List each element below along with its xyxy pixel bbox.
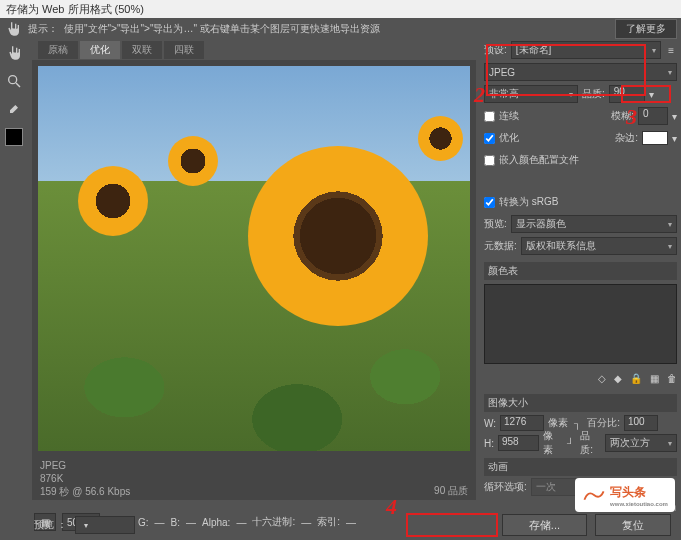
quality-input[interactable]: 90 (609, 85, 645, 103)
view-tabs: 原稿 优化 双联 四联 (28, 40, 480, 60)
link-icon[interactable]: ┐ (574, 418, 581, 429)
tip-label: 提示： (28, 22, 58, 36)
percent-input[interactable]: 100 (624, 415, 658, 431)
watermark-badge: 写头条 www.xietoutiao.com (575, 478, 675, 512)
embed-profile-checkbox[interactable]: 嵌入颜色配置文件 (484, 153, 579, 167)
preview-device-label: 预览: (484, 217, 507, 231)
colortable-btn-icon[interactable]: 🔒 (630, 373, 642, 384)
colortable-btn-icon[interactable]: 🗑 (667, 373, 677, 384)
px-label: 像素 (548, 416, 568, 430)
quality-preset-select[interactable]: 非常高▾ (484, 85, 578, 103)
tab-original[interactable]: 原稿 (38, 41, 78, 59)
tab-4up[interactable]: 四联 (164, 41, 204, 59)
eyedropper-tool-icon[interactable] (5, 100, 23, 118)
matte-label: 杂边: (615, 131, 638, 145)
svg-point-0 (9, 76, 17, 84)
hand-icon (4, 20, 22, 38)
resample-select[interactable]: 两次立方▾ (605, 434, 677, 452)
tab-2up[interactable]: 双联 (122, 41, 162, 59)
metadata-label: 元数据: (484, 239, 517, 253)
preview-timing: 159 秒 @ 56.6 Kbps (40, 485, 130, 498)
colortable-btn-icon[interactable]: ▦ (650, 373, 659, 384)
save-button[interactable]: 存储... (502, 514, 587, 536)
matte-swatch[interactable] (642, 131, 668, 145)
tab-optimized[interactable]: 优化 (80, 41, 120, 59)
tip-bar: 提示： 使用"文件">"导出">"导出为…" 或右键单击某个图层可更快速地导出资… (0, 18, 681, 40)
metadata-select[interactable]: 版权和联系信息▾ (521, 237, 677, 255)
blur-input[interactable]: 0 (638, 107, 668, 125)
quality2-label: 品质: (580, 429, 601, 457)
width-input[interactable]: 1276 (500, 415, 544, 431)
h-label: H: (484, 438, 494, 449)
preview-quality-readout: 90 品质 (434, 484, 468, 498)
learn-more-link[interactable]: 了解更多 (615, 19, 677, 39)
w-label: W: (484, 418, 496, 429)
reset-button[interactable]: 复位 (595, 514, 671, 536)
colortable-btn-icon[interactable]: ◆ (614, 373, 622, 384)
percent-label: 百分比: (587, 416, 620, 430)
preview-device-select[interactable]: 显示器颜色▾ (511, 215, 677, 233)
hand-tool-icon[interactable] (5, 44, 23, 62)
preset-select[interactable]: [未命名]▾ (511, 41, 661, 59)
loop-label: 循环选项: (484, 480, 527, 494)
preset-label: 预设: (484, 43, 507, 57)
preview-size: 876K (40, 472, 130, 485)
svg-line-1 (16, 83, 20, 87)
colortable-btn-icon[interactable]: ◇ (598, 373, 606, 384)
blur-label: 模糊: (611, 109, 634, 123)
height-input[interactable]: 958 (498, 435, 539, 451)
quality-label: 品质: (582, 87, 605, 101)
optimized-checkbox[interactable]: 优化 (484, 131, 519, 145)
format-select[interactable]: JPEG▾ (484, 63, 677, 81)
settings-panel: 预设: [未命名]▾ ≡ JPEG▾ 非常高▾ 品质: 90▾ 连续 模糊: 0… (480, 40, 681, 540)
zoom-tool-icon[interactable] (5, 72, 23, 90)
link-icon[interactable]: ┘ (567, 438, 574, 449)
preview-image[interactable] (38, 66, 470, 451)
window-title: 存储为 Web 所用格式 (50%) (0, 0, 681, 18)
preview-format: JPEG (40, 459, 130, 472)
colortable-header: 颜色表 (484, 262, 677, 280)
preview-area: JPEG 876K 159 秒 @ 56.6 Kbps 90 品质 (32, 60, 476, 500)
tip-text: 使用"文件">"导出">"导出为…" 或右键单击某个图层可更快速地导出资源 (64, 22, 380, 36)
preview-browser-select[interactable]: ▾ (75, 516, 135, 534)
color-swatch[interactable] (5, 128, 23, 146)
tool-strip (0, 40, 28, 540)
preview-dd-label: 预览 ： (34, 518, 67, 532)
convert-srgb-checkbox[interactable]: 转换为 sRGB (484, 195, 558, 209)
animation-header: 动画 (484, 458, 677, 476)
progressive-checkbox[interactable]: 连续 (484, 109, 519, 123)
preset-menu-icon[interactable]: ≡ (665, 45, 677, 56)
color-table[interactable] (484, 284, 677, 364)
quality-slider-icon[interactable]: ▾ (649, 89, 654, 100)
px-label: 像素 (543, 429, 561, 457)
image-size-header: 图像大小 (484, 394, 677, 412)
